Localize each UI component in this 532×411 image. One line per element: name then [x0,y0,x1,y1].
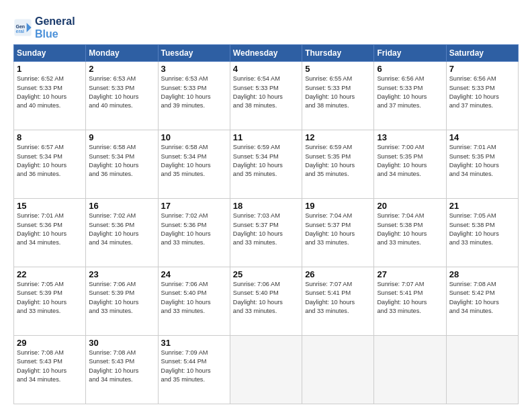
header: Gen eral General Blue [13,12,519,40]
logo-text: General Blue [35,15,75,40]
day-number: 2 [89,64,154,74]
calendar-cell: 16Sunrise: 7:02 AMSunset: 5:36 PMDayligh… [86,199,158,267]
calendar-cell: 29Sunrise: 7:08 AMSunset: 5:43 PMDayligh… [14,336,86,404]
day-info: Sunrise: 7:07 AMSunset: 5:41 PMDaylight:… [377,280,443,316]
day-number: 20 [377,201,443,211]
calendar-header-friday: Friday [374,45,446,62]
day-info: Sunrise: 7:06 AMSunset: 5:40 PMDaylight:… [233,280,299,316]
calendar-week-row-2: 8Sunrise: 6:57 AMSunset: 5:34 PMDaylight… [14,130,519,199]
day-number: 24 [161,269,227,279]
calendar-header-saturday: Saturday [446,45,518,62]
day-number: 15 [17,201,83,211]
day-info: Sunrise: 7:08 AMSunset: 5:42 PMDaylight:… [449,280,515,316]
day-info: Sunrise: 7:02 AMSunset: 5:36 PMDaylight:… [161,212,227,247]
day-number: 26 [305,269,371,279]
day-info: Sunrise: 6:54 AMSunset: 5:33 PMDaylight:… [233,75,299,110]
day-number: 7 [449,64,515,74]
day-info: Sunrise: 6:58 AMSunset: 5:34 PMDaylight:… [89,143,154,179]
calendar-cell: 17Sunrise: 7:02 AMSunset: 5:36 PMDayligh… [158,199,230,267]
calendar-cell: 25Sunrise: 7:06 AMSunset: 5:40 PMDayligh… [230,267,302,336]
day-number: 30 [89,338,154,348]
calendar-cell: 24Sunrise: 7:06 AMSunset: 5:40 PMDayligh… [158,267,230,336]
day-number: 31 [161,338,227,348]
day-number: 6 [377,64,443,74]
calendar-cell: 23Sunrise: 7:06 AMSunset: 5:39 PMDayligh… [86,267,158,336]
day-info: Sunrise: 7:02 AMSunset: 5:36 PMDaylight:… [89,212,154,247]
day-number: 3 [161,64,227,74]
calendar-header-tuesday: Tuesday [158,45,230,62]
calendar-cell: 2Sunrise: 6:53 AMSunset: 5:33 PMDaylight… [86,62,158,130]
day-number: 17 [161,201,227,211]
calendar-header-row: SundayMondayTuesdayWednesdayThursdayFrid… [14,45,519,62]
calendar-cell [302,336,374,404]
calendar-cell: 21Sunrise: 7:05 AMSunset: 5:38 PMDayligh… [446,199,518,267]
day-number: 11 [233,132,299,142]
calendar-week-row-3: 15Sunrise: 7:01 AMSunset: 5:36 PMDayligh… [14,199,519,267]
svg-text:Gen: Gen [16,25,26,30]
calendar-cell: 26Sunrise: 7:07 AMSunset: 5:41 PMDayligh… [302,267,374,336]
day-number: 10 [161,132,227,142]
calendar-header-sunday: Sunday [14,45,86,62]
calendar-cell: 11Sunrise: 6:59 AMSunset: 5:34 PMDayligh… [230,130,302,199]
day-info: Sunrise: 6:59 AMSunset: 5:34 PMDaylight:… [233,143,299,179]
day-info: Sunrise: 7:08 AMSunset: 5:43 PMDaylight:… [89,349,154,384]
day-info: Sunrise: 7:05 AMSunset: 5:38 PMDaylight:… [449,212,515,247]
calendar-cell [374,336,446,404]
logo: Gen eral General Blue [13,15,75,40]
day-number: 27 [377,269,443,279]
calendar-cell: 8Sunrise: 6:57 AMSunset: 5:34 PMDaylight… [14,130,86,199]
day-info: Sunrise: 6:59 AMSunset: 5:35 PMDaylight:… [305,143,371,179]
day-number: 8 [17,132,83,142]
calendar-cell: 14Sunrise: 7:01 AMSunset: 5:35 PMDayligh… [446,130,518,199]
day-number: 22 [17,269,83,279]
day-info: Sunrise: 6:52 AMSunset: 5:33 PMDaylight:… [17,75,83,110]
calendar-header-monday: Monday [86,45,158,62]
day-number: 13 [377,132,443,142]
page: Gen eral General Blue SundayMondayTuesda… [0,0,532,411]
calendar-cell: 7Sunrise: 6:56 AMSunset: 5:33 PMDaylight… [446,62,518,130]
calendar-cell: 10Sunrise: 6:58 AMSunset: 5:34 PMDayligh… [158,130,230,199]
day-number: 16 [89,201,154,211]
day-number: 9 [89,132,154,142]
calendar-cell: 4Sunrise: 6:54 AMSunset: 5:33 PMDaylight… [230,62,302,130]
day-info: Sunrise: 7:06 AMSunset: 5:39 PMDaylight:… [89,280,154,316]
day-number: 1 [17,64,83,74]
calendar-cell: 3Sunrise: 6:53 AMSunset: 5:33 PMDaylight… [158,62,230,130]
calendar-week-row-1: 1Sunrise: 6:52 AMSunset: 5:33 PMDaylight… [14,62,519,130]
day-number: 25 [233,269,299,279]
day-info: Sunrise: 7:03 AMSunset: 5:37 PMDaylight:… [233,212,299,247]
calendar-cell: 5Sunrise: 6:55 AMSunset: 5:33 PMDaylight… [302,62,374,130]
day-number: 19 [305,201,371,211]
calendar-header-wednesday: Wednesday [230,45,302,62]
calendar-cell: 18Sunrise: 7:03 AMSunset: 5:37 PMDayligh… [230,199,302,267]
calendar-header-thursday: Thursday [302,45,374,62]
day-info: Sunrise: 6:53 AMSunset: 5:33 PMDaylight:… [161,75,227,110]
calendar-cell [446,336,518,404]
day-number: 29 [17,338,83,348]
calendar-cell: 19Sunrise: 7:04 AMSunset: 5:37 PMDayligh… [302,199,374,267]
day-number: 21 [449,201,515,211]
calendar-cell: 6Sunrise: 6:56 AMSunset: 5:33 PMDaylight… [374,62,446,130]
day-number: 14 [449,132,515,142]
day-info: Sunrise: 7:06 AMSunset: 5:40 PMDaylight:… [161,280,227,316]
day-info: Sunrise: 7:09 AMSunset: 5:44 PMDaylight:… [161,349,227,384]
calendar-cell: 12Sunrise: 6:59 AMSunset: 5:35 PMDayligh… [302,130,374,199]
calendar-cell: 30Sunrise: 7:08 AMSunset: 5:43 PMDayligh… [86,336,158,404]
day-number: 4 [233,64,299,74]
calendar-cell: 22Sunrise: 7:05 AMSunset: 5:39 PMDayligh… [14,267,86,336]
day-number: 28 [449,269,515,279]
day-info: Sunrise: 7:07 AMSunset: 5:41 PMDaylight:… [305,280,371,316]
day-info: Sunrise: 6:55 AMSunset: 5:33 PMDaylight:… [305,75,371,110]
calendar-week-row-4: 22Sunrise: 7:05 AMSunset: 5:39 PMDayligh… [14,267,519,336]
day-number: 5 [305,64,371,74]
day-number: 23 [89,269,154,279]
day-info: Sunrise: 7:01 AMSunset: 5:35 PMDaylight:… [449,143,515,179]
day-info: Sunrise: 7:08 AMSunset: 5:43 PMDaylight:… [17,349,83,384]
day-info: Sunrise: 6:57 AMSunset: 5:34 PMDaylight:… [17,143,83,179]
day-info: Sunrise: 7:05 AMSunset: 5:39 PMDaylight:… [17,280,83,316]
day-info: Sunrise: 6:56 AMSunset: 5:33 PMDaylight:… [377,75,443,110]
calendar-cell: 27Sunrise: 7:07 AMSunset: 5:41 PMDayligh… [374,267,446,336]
calendar-cell [230,336,302,404]
day-info: Sunrise: 7:01 AMSunset: 5:36 PMDaylight:… [17,212,83,247]
calendar-week-row-5: 29Sunrise: 7:08 AMSunset: 5:43 PMDayligh… [14,336,519,404]
